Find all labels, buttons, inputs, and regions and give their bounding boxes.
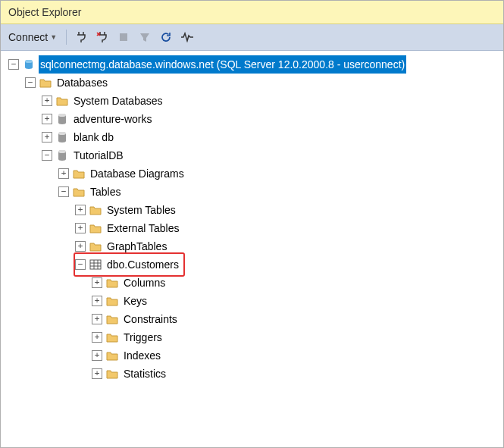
system-databases-label: System Databases <box>72 92 164 110</box>
expander-icon[interactable] <box>42 150 52 161</box>
database-icon <box>55 130 69 144</box>
database-icon <box>55 112 69 126</box>
expander-icon[interactable] <box>92 314 102 324</box>
connect-label: Connect <box>8 31 48 43</box>
folder-icon <box>89 240 102 253</box>
expander-icon[interactable] <box>92 296 102 306</box>
expander-icon[interactable] <box>42 132 52 143</box>
columns-label: Columns <box>122 274 167 292</box>
folder-icon <box>55 94 69 108</box>
customers-label: dbo.Customers <box>105 255 180 274</box>
tree-node-databases[interactable]: Databases <box>4 74 500 92</box>
toolbar: Connect ▼ <box>1 24 503 51</box>
diagrams-label: Database Diagrams <box>89 164 186 183</box>
databases-label: Databases <box>55 74 109 92</box>
tree-node-server[interactable]: sqlconnectmg.database.windows.net (SQL S… <box>4 55 500 74</box>
tree-node-blank-db[interactable]: blank db <box>4 128 500 146</box>
tutorialdb-label: TutorialDB <box>72 146 125 164</box>
folder-icon <box>105 367 119 381</box>
disconnect-icon[interactable] <box>94 29 111 45</box>
tree-node-tables[interactable]: Tables <box>4 183 500 201</box>
stop-icon <box>115 29 132 45</box>
tree-node-adventure-works[interactable]: adventure-works <box>4 110 500 128</box>
dropdown-caret-icon: ▼ <box>50 33 57 41</box>
table-icon <box>89 258 102 271</box>
constraints-label: Constraints <box>122 310 179 328</box>
tree-node-constraints[interactable]: Constraints <box>4 310 500 328</box>
keys-label: Keys <box>122 292 149 310</box>
expander-icon[interactable] <box>75 223 86 233</box>
tree-node-keys[interactable]: Keys <box>4 292 500 310</box>
panel-title: Object Explorer <box>8 6 81 18</box>
expander-icon[interactable] <box>42 96 52 106</box>
system-tables-label: System Tables <box>105 201 177 219</box>
svg-point-8 <box>58 150 66 153</box>
folder-icon <box>89 203 102 217</box>
svg-rect-0 <box>120 33 127 41</box>
filter-icon <box>136 29 153 45</box>
folder-icon <box>105 331 119 344</box>
expander-icon[interactable] <box>8 59 19 70</box>
panel-title-bar: Object Explorer <box>1 1 503 24</box>
expander-icon[interactable] <box>42 114 52 124</box>
folder-icon <box>105 312 119 326</box>
folder-icon <box>105 349 119 362</box>
refresh-icon[interactable] <box>158 29 174 45</box>
indexes-label: Indexes <box>122 346 162 365</box>
expander-icon[interactable] <box>92 368 102 379</box>
folder-icon <box>105 276 119 290</box>
object-explorer-panel: Object Explorer Connect ▼ <box>0 0 504 448</box>
tree-node-system-databases[interactable]: System Databases <box>4 92 500 110</box>
tables-label: Tables <box>89 183 122 201</box>
triggers-label: Triggers <box>122 328 164 346</box>
external-tables-label: External Tables <box>105 219 180 237</box>
tree-node-dbo-customers[interactable]: dbo.Customers <box>4 255 500 274</box>
tree-node-system-tables[interactable]: System Tables <box>4 201 500 219</box>
folder-icon <box>89 221 102 235</box>
expander-icon[interactable] <box>75 241 86 252</box>
activity-monitor-icon[interactable] <box>179 29 196 45</box>
svg-point-4 <box>58 114 66 117</box>
folder-icon <box>72 185 86 199</box>
plug-icon[interactable] <box>73 29 89 45</box>
expander-icon[interactable] <box>75 259 86 270</box>
svg-point-6 <box>58 132 66 135</box>
expander-icon[interactable] <box>25 77 36 88</box>
database-icon <box>55 149 69 162</box>
folder-icon <box>105 294 119 308</box>
server-icon <box>22 58 36 71</box>
folder-icon <box>39 76 52 89</box>
expander-icon[interactable] <box>58 168 69 179</box>
blank-db-label: blank db <box>72 128 115 146</box>
expander-icon[interactable] <box>92 332 102 343</box>
adventure-works-label: adventure-works <box>72 110 154 128</box>
tree-node-external-tables[interactable]: External Tables <box>4 219 500 237</box>
connect-button[interactable]: Connect ▼ <box>5 30 60 45</box>
tree-node-database-diagrams[interactable]: Database Diagrams <box>4 164 500 183</box>
svg-rect-9 <box>90 260 101 269</box>
statistics-label: Statistics <box>122 365 167 383</box>
expander-icon[interactable] <box>58 186 69 197</box>
tree-node-indexes[interactable]: Indexes <box>4 346 500 365</box>
tree-node-statistics[interactable]: Statistics <box>4 365 500 383</box>
expander-icon[interactable] <box>92 277 102 288</box>
folder-icon <box>72 167 86 180</box>
expander-icon[interactable] <box>75 205 86 215</box>
tree-view[interactable]: sqlconnectmg.database.windows.net (SQL S… <box>1 51 503 447</box>
expander-icon[interactable] <box>92 350 102 361</box>
tree-node-triggers[interactable]: Triggers <box>4 328 500 346</box>
server-label: sqlconnectmg.database.windows.net (SQL S… <box>39 55 406 74</box>
toolbar-separator <box>66 30 67 45</box>
svg-point-2 <box>25 60 33 63</box>
tree-node-tutorialdb[interactable]: TutorialDB <box>4 146 500 164</box>
